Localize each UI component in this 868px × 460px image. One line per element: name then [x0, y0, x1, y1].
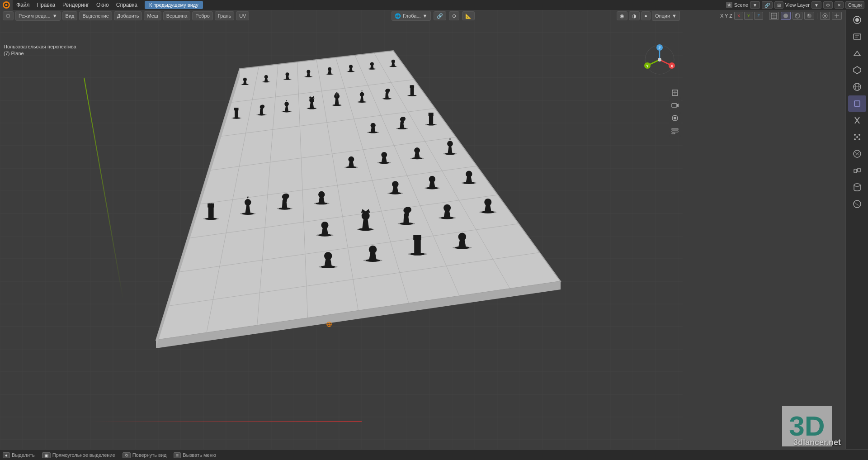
- uv-menu-btn[interactable]: UV: [236, 11, 249, 20]
- svg-point-53: [824, 15, 826, 17]
- falloff-btn[interactable]: 📐: [462, 11, 475, 20]
- select-key: ●: [3, 452, 10, 458]
- material-properties-btn[interactable]: [848, 196, 866, 212]
- svg-text:Z: Z: [658, 46, 661, 50]
- window-close-btn[interactable]: ✕: [835, 1, 844, 9]
- menu-status: ≡ Вызвать меню: [174, 452, 216, 458]
- link-btn[interactable]: 🔗: [762, 1, 773, 9]
- svg-rect-17: [672, 104, 677, 107]
- scene-icon: [726, 2, 732, 8]
- z-lock-btn[interactable]: Z: [754, 12, 763, 20]
- mode-dropdown[interactable]: Режим реда... ▼: [15, 11, 61, 21]
- xyz-label: X Y Z: [720, 13, 732, 19]
- x-lock-btn[interactable]: X: [734, 12, 743, 20]
- object-properties-btn[interactable]: [848, 95, 866, 112]
- select-menu-btn[interactable]: Выделение: [79, 11, 112, 20]
- site-watermark: 3dlancer.net: [793, 438, 841, 447]
- app-logo: [0, 0, 13, 10]
- collection-btn[interactable]: [669, 125, 681, 137]
- menu-file[interactable]: Файл: [13, 0, 33, 10]
- view-layer-properties-btn[interactable]: [848, 45, 866, 62]
- menu-help[interactable]: Справка: [113, 0, 141, 10]
- grid-display-btn[interactable]: ⊞: [774, 1, 783, 9]
- snap-btn[interactable]: 🔗: [434, 11, 446, 20]
- material-mode-btn[interactable]: [793, 12, 802, 20]
- scene-selector[interactable]: Scene ▼: [726, 1, 760, 9]
- world-properties-btn[interactable]: [848, 79, 866, 95]
- viewport-render-mode-material[interactable]: ◑: [629, 11, 640, 20]
- top-right-extra-toolbar: X Y Z X Y Z: [717, 10, 844, 22]
- render-properties-btn[interactable]: [848, 12, 866, 28]
- svg-point-36: [854, 138, 856, 140]
- viewport-background: [0, 10, 683, 449]
- menu-edit[interactable]: Правка: [33, 0, 59, 10]
- data-properties-btn[interactable]: [848, 179, 866, 195]
- rotate-status: ↻ Повернуть вид: [123, 452, 167, 458]
- view-layer-selector[interactable]: View Layer ▼: [785, 1, 821, 9]
- logo-text: 3D: [789, 412, 825, 440]
- svg-rect-22: [672, 131, 678, 132]
- modifier-properties-btn[interactable]: [848, 112, 866, 128]
- svg-rect-23: [672, 133, 675, 134]
- select-mode-status: ▣ Прямоугольное выделение: [42, 452, 115, 458]
- svg-point-37: [859, 138, 860, 140]
- svg-point-25: [855, 18, 859, 22]
- rotate-label: Повернуть вид: [132, 452, 167, 458]
- svg-point-48: [795, 14, 800, 18]
- particles-btn[interactable]: [848, 129, 866, 145]
- wireframe-mode-btn[interactable]: [769, 12, 779, 20]
- viewport[interactable]: ⬡ Режим реда... ▼ Вид Выделение Добавить…: [0, 10, 683, 449]
- overlay-btn[interactable]: [820, 12, 830, 20]
- axis-lock-btns: X Y Z: [734, 12, 763, 20]
- menu-items: Файл Правка Рендеринг Окно Справка: [13, 0, 141, 10]
- render-mode-btn[interactable]: [804, 12, 814, 20]
- physics-btn[interactable]: [848, 146, 866, 162]
- rect-select-key: ▣: [42, 452, 51, 458]
- scene-dropdown-btn[interactable]: ▼: [750, 1, 760, 9]
- menu-key: ≡: [174, 452, 181, 458]
- right-nav-icons: [669, 87, 681, 137]
- viewport-render-mode-render[interactable]: ●: [641, 11, 651, 20]
- camera-view-btn[interactable]: [669, 100, 681, 111]
- svg-rect-39: [854, 169, 857, 173]
- view-menu-btn[interactable]: Вид: [62, 11, 78, 20]
- svg-rect-26: [854, 34, 861, 39]
- output-properties-btn[interactable]: [848, 28, 866, 45]
- window-settings-btn[interactable]: ⚙: [823, 1, 833, 9]
- top-right-section: Scene ▼ 🔗 ⊞ View Layer ▼ ⚙ ✕ Опции: [726, 0, 868, 10]
- svg-point-51: [808, 14, 809, 16]
- svg-point-38: [856, 136, 858, 138]
- face-menu-btn[interactable]: Грань: [215, 11, 234, 20]
- gizmo-toggle-btn[interactable]: [832, 12, 842, 20]
- options-btn[interactable]: Опции: [845, 1, 864, 9]
- select-status: ● Выделить: [3, 452, 35, 458]
- solid-mode-btn[interactable]: [781, 12, 791, 20]
- viewport-editor-type-btn[interactable]: ⬡: [3, 11, 14, 20]
- scene-properties-btn[interactable]: [848, 62, 866, 78]
- proportional-btn[interactable]: ⊙: [449, 11, 459, 20]
- render-view-btn[interactable]: [669, 112, 681, 124]
- navigation-gizmo[interactable]: Z X Y: [644, 44, 675, 76]
- constraints-btn[interactable]: [848, 162, 866, 179]
- svg-point-20: [674, 117, 676, 119]
- add-menu-btn[interactable]: Добавить: [114, 11, 142, 20]
- zoom-extents-btn[interactable]: [669, 87, 681, 99]
- rotate-key: ↻: [123, 452, 131, 458]
- svg-text:X: X: [670, 64, 673, 68]
- x-axis-line: [90, 421, 362, 422]
- options-right-dropdown[interactable]: Опции ▼: [652, 11, 680, 21]
- view-layer-dropdown-btn[interactable]: ▼: [811, 1, 821, 9]
- menu-label: Вызвать меню: [183, 452, 216, 458]
- view-layer-label: View Layer: [785, 2, 810, 8]
- menu-render[interactable]: Рендеринг: [59, 0, 93, 10]
- viewport-render-mode-solid[interactable]: ◉: [617, 11, 627, 20]
- vertex-menu-btn[interactable]: Вершина: [163, 11, 191, 20]
- y-lock-btn[interactable]: Y: [744, 12, 753, 20]
- editor-type-icon: ⬡: [6, 13, 10, 19]
- nav-back-button[interactable]: К предыдущему виду: [145, 1, 203, 9]
- menu-window[interactable]: Окно: [93, 0, 113, 10]
- transform-space-dropdown[interactable]: 🌐 Глоба... ▼: [392, 11, 430, 21]
- perspective-label: Пользовательская перспектива (7) Plane: [4, 43, 76, 57]
- edge-menu-btn[interactable]: Ребро: [192, 11, 212, 20]
- mesh-menu-btn[interactable]: Меш: [144, 11, 161, 20]
